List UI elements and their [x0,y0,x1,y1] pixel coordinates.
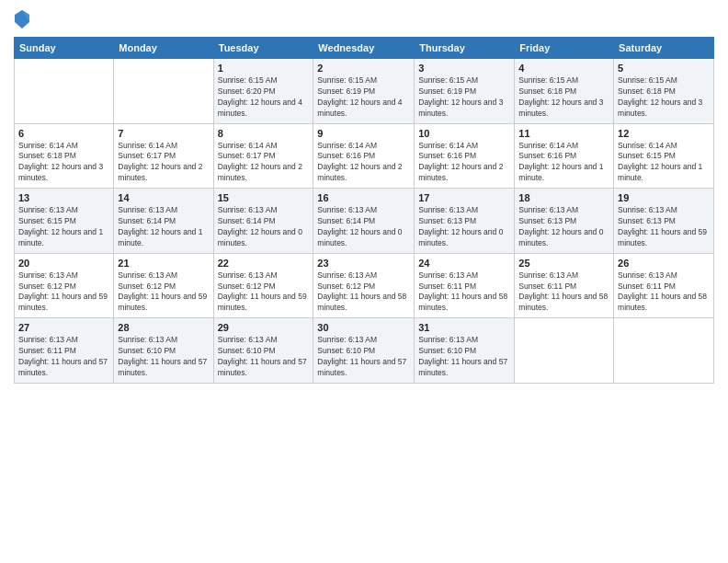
day-detail: Sunrise: 6:13 AMSunset: 6:10 PMDaylight:… [218,335,310,379]
page: SundayMondayTuesdayWednesdayThursdayFrid… [0,0,728,563]
day-detail: Sunrise: 6:13 AMSunset: 6:15 PMDaylight:… [18,205,109,249]
day-detail: Sunrise: 6:14 AMSunset: 6:16 PMDaylight:… [518,141,609,185]
day-number: 25 [518,258,609,269]
calendar-day-cell: 11Sunrise: 6:14 AMSunset: 6:16 PMDayligh… [515,123,614,189]
day-number: 19 [618,192,710,203]
calendar-day-cell: 26Sunrise: 6:13 AMSunset: 6:11 PMDayligh… [614,253,714,318]
day-number: 8 [218,128,310,139]
day-number: 17 [418,192,510,203]
day-number: 26 [618,258,710,269]
calendar-day-cell: 1Sunrise: 6:15 AMSunset: 6:20 PMDaylight… [213,59,313,124]
calendar-day-cell: 18Sunrise: 6:13 AMSunset: 6:13 PMDayligh… [515,189,614,254]
calendar-week-row: 13Sunrise: 6:13 AMSunset: 6:15 PMDayligh… [15,189,714,254]
weekday-header: Friday [515,38,614,59]
day-number: 31 [418,322,510,333]
day-number: 10 [418,128,510,139]
calendar-day-cell [614,318,714,384]
calendar-day-cell: 17Sunrise: 6:13 AMSunset: 6:13 PMDayligh… [415,189,515,254]
logo [14,9,34,29]
calendar-day-cell: 25Sunrise: 6:13 AMSunset: 6:11 PMDayligh… [515,253,614,318]
day-number: 9 [317,128,410,139]
day-number: 7 [118,128,209,139]
day-detail: Sunrise: 6:13 AMSunset: 6:13 PMDaylight:… [618,205,710,249]
day-detail: Sunrise: 6:15 AMSunset: 6:19 PMDaylight:… [418,75,510,120]
day-detail: Sunrise: 6:13 AMSunset: 6:12 PMDaylight:… [317,270,410,315]
day-number: 18 [518,192,609,203]
day-detail: Sunrise: 6:13 AMSunset: 6:14 PMDaylight:… [218,205,310,249]
calendar-header-row: SundayMondayTuesdayWednesdayThursdayFrid… [15,38,714,59]
day-number: 6 [18,128,109,139]
day-detail: Sunrise: 6:13 AMSunset: 6:13 PMDaylight:… [518,205,609,249]
calendar-day-cell: 28Sunrise: 6:13 AMSunset: 6:10 PMDayligh… [114,318,213,384]
calendar-day-cell: 5Sunrise: 6:15 AMSunset: 6:18 PMDaylight… [614,59,714,124]
day-number: 3 [418,63,510,74]
day-detail: Sunrise: 6:13 AMSunset: 6:11 PMDaylight:… [518,270,609,315]
day-detail: Sunrise: 6:13 AMSunset: 6:11 PMDaylight:… [418,270,510,315]
day-detail: Sunrise: 6:14 AMSunset: 6:17 PMDaylight:… [118,141,209,185]
calendar-day-cell: 27Sunrise: 6:13 AMSunset: 6:11 PMDayligh… [15,318,114,384]
calendar-day-cell: 3Sunrise: 6:15 AMSunset: 6:19 PMDaylight… [415,59,515,124]
day-number: 29 [218,322,310,333]
weekday-header: Monday [114,38,213,59]
day-detail: Sunrise: 6:14 AMSunset: 6:18 PMDaylight:… [18,141,109,185]
calendar-day-cell [15,59,114,124]
day-number: 20 [18,258,109,269]
calendar-day-cell: 15Sunrise: 6:13 AMSunset: 6:14 PMDayligh… [213,189,313,254]
day-detail: Sunrise: 6:13 AMSunset: 6:11 PMDaylight:… [18,335,109,379]
calendar-day-cell: 20Sunrise: 6:13 AMSunset: 6:12 PMDayligh… [15,253,114,318]
day-number: 2 [317,63,410,74]
calendar-day-cell: 21Sunrise: 6:13 AMSunset: 6:12 PMDayligh… [114,253,213,318]
day-detail: Sunrise: 6:13 AMSunset: 6:14 PMDaylight:… [317,205,410,249]
day-number: 5 [618,63,710,74]
calendar-day-cell: 6Sunrise: 6:14 AMSunset: 6:18 PMDaylight… [15,123,114,189]
day-number: 16 [317,192,410,203]
weekday-header: Wednesday [313,38,415,59]
weekday-header: Sunday [15,38,114,59]
day-number: 1 [218,63,310,74]
header [14,9,714,29]
calendar-day-cell: 31Sunrise: 6:13 AMSunset: 6:10 PMDayligh… [415,318,515,384]
day-detail: Sunrise: 6:14 AMSunset: 6:16 PMDaylight:… [418,141,510,185]
weekday-header: Thursday [415,38,515,59]
day-detail: Sunrise: 6:14 AMSunset: 6:16 PMDaylight:… [317,141,410,185]
day-detail: Sunrise: 6:15 AMSunset: 6:18 PMDaylight:… [518,75,609,120]
calendar-day-cell: 10Sunrise: 6:14 AMSunset: 6:16 PMDayligh… [415,123,515,189]
day-detail: Sunrise: 6:15 AMSunset: 6:20 PMDaylight:… [218,75,310,120]
day-number: 23 [317,258,410,269]
calendar-day-cell: 23Sunrise: 6:13 AMSunset: 6:12 PMDayligh… [313,253,415,318]
calendar-day-cell: 19Sunrise: 6:13 AMSunset: 6:13 PMDayligh… [614,189,714,254]
weekday-header: Saturday [614,38,714,59]
day-number: 13 [18,192,109,203]
calendar-week-row: 1Sunrise: 6:15 AMSunset: 6:20 PMDaylight… [15,59,714,124]
day-detail: Sunrise: 6:13 AMSunset: 6:10 PMDaylight:… [317,335,410,379]
svg-marker-0 [15,10,29,29]
calendar-table: SundayMondayTuesdayWednesdayThursdayFrid… [14,37,714,384]
calendar-day-cell: 14Sunrise: 6:13 AMSunset: 6:14 PMDayligh… [114,189,213,254]
calendar-week-row: 6Sunrise: 6:14 AMSunset: 6:18 PMDaylight… [15,123,714,189]
weekday-header: Tuesday [213,38,313,59]
calendar-day-cell: 12Sunrise: 6:14 AMSunset: 6:15 PMDayligh… [614,123,714,189]
calendar-day-cell: 2Sunrise: 6:15 AMSunset: 6:19 PMDaylight… [313,59,415,124]
calendar-day-cell [515,318,614,384]
day-detail: Sunrise: 6:13 AMSunset: 6:14 PMDaylight:… [118,205,209,249]
calendar-day-cell: 22Sunrise: 6:13 AMSunset: 6:12 PMDayligh… [213,253,313,318]
day-number: 24 [418,258,510,269]
day-number: 4 [518,63,609,74]
calendar-day-cell: 4Sunrise: 6:15 AMSunset: 6:18 PMDaylight… [515,59,614,124]
day-number: 30 [317,322,410,333]
day-detail: Sunrise: 6:13 AMSunset: 6:12 PMDaylight:… [18,270,109,315]
day-detail: Sunrise: 6:13 AMSunset: 6:11 PMDaylight:… [618,270,710,315]
day-detail: Sunrise: 6:13 AMSunset: 6:13 PMDaylight:… [418,205,510,249]
day-detail: Sunrise: 6:14 AMSunset: 6:17 PMDaylight:… [218,141,310,185]
calendar-day-cell: 7Sunrise: 6:14 AMSunset: 6:17 PMDaylight… [114,123,213,189]
calendar-day-cell: 30Sunrise: 6:13 AMSunset: 6:10 PMDayligh… [313,318,415,384]
day-detail: Sunrise: 6:13 AMSunset: 6:10 PMDaylight:… [418,335,510,379]
day-number: 11 [518,128,609,139]
day-number: 22 [218,258,310,269]
calendar-day-cell: 24Sunrise: 6:13 AMSunset: 6:11 PMDayligh… [415,253,515,318]
calendar-day-cell: 29Sunrise: 6:13 AMSunset: 6:10 PMDayligh… [213,318,313,384]
day-detail: Sunrise: 6:15 AMSunset: 6:18 PMDaylight:… [618,75,710,120]
day-detail: Sunrise: 6:13 AMSunset: 6:12 PMDaylight:… [218,270,310,315]
day-number: 12 [618,128,710,139]
day-number: 27 [18,322,109,333]
